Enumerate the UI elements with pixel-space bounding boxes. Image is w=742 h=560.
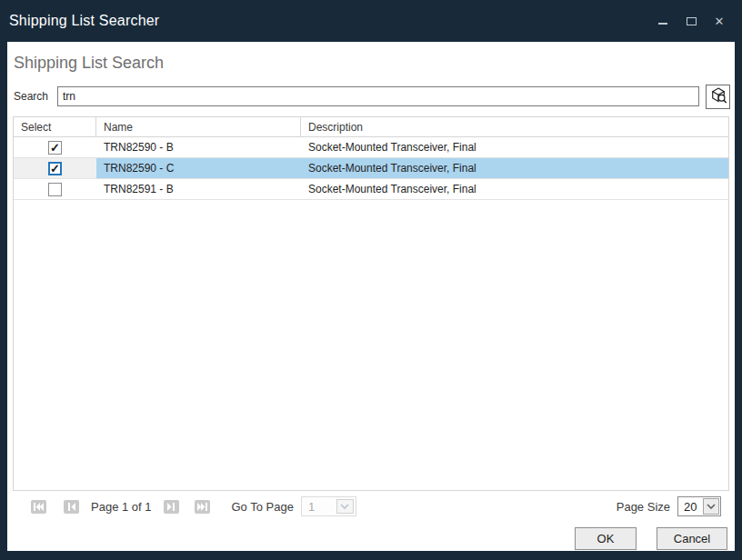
page-title: Shipping List Search <box>14 54 164 73</box>
name-cell: TRN82590 - C <box>96 158 301 178</box>
close-button[interactable]: ✕ <box>709 11 729 31</box>
page-size-value: 20 <box>678 500 697 514</box>
shipping-list-table: Select Name Description ✓ TRN82590 - B S… <box>13 116 729 491</box>
row-checkbox[interactable]: ✓ <box>48 162 62 175</box>
first-page-button[interactable] <box>31 500 46 514</box>
dialog-content: Shipping List Search Search Select Name … <box>7 42 735 551</box>
window-controls: ✕ <box>653 0 729 42</box>
name-cell: TRN82590 - B <box>96 137 301 157</box>
name-cell: TRN82591 - B <box>96 179 301 199</box>
row-checkbox[interactable]: ✓ <box>48 141 62 155</box>
cube-search-icon <box>709 86 727 107</box>
maximize-icon <box>687 17 697 25</box>
table-header: Select Name Description <box>14 117 728 137</box>
table-row[interactable]: ✓ TRN82590 - C Socket-Mounted Transceive… <box>14 158 728 179</box>
minimize-button[interactable] <box>653 11 673 31</box>
previous-page-button[interactable] <box>64 500 79 514</box>
ok-button[interactable]: OK <box>575 527 637 550</box>
first-page-icon <box>34 503 44 511</box>
column-header-name[interactable]: Name <box>96 117 301 136</box>
description-cell: Socket-Mounted Transceiver, Final <box>301 137 728 157</box>
window-title: Shipping List Searcher <box>9 13 159 29</box>
select-cell: ✓ <box>14 158 96 178</box>
row-checkbox[interactable] <box>48 183 62 196</box>
search-label: Search <box>14 90 48 103</box>
search-button[interactable] <box>706 85 730 109</box>
go-to-page-label: Go To Page <box>232 500 294 514</box>
select-cell: ✓ <box>14 137 96 157</box>
next-page-icon <box>167 503 175 511</box>
table-row[interactable]: TRN82591 - B Socket-Mounted Transceiver,… <box>14 179 728 200</box>
maximize-button[interactable] <box>681 11 701 31</box>
cancel-button[interactable]: Cancel <box>657 527 727 550</box>
search-row: Search <box>14 84 730 109</box>
column-header-description[interactable]: Description <box>301 117 728 136</box>
chevron-down-icon[interactable] <box>336 499 354 514</box>
description-cell: Socket-Mounted Transceiver, Final <box>301 179 728 199</box>
go-to-page-input[interactable] <box>302 500 336 514</box>
page-size-combobox[interactable]: 20 <box>677 496 721 516</box>
pagination-bar: Page 1 of 1 Go To Page <box>13 495 729 517</box>
column-header-select[interactable]: Select <box>14 117 96 136</box>
next-page-button[interactable] <box>164 500 179 514</box>
description-cell: Socket-Mounted Transceiver, Final <box>301 158 728 178</box>
chevron-down-icon[interactable] <box>703 498 719 515</box>
search-input[interactable] <box>57 86 699 106</box>
title-bar: Shipping List Searcher ✕ <box>0 0 742 42</box>
page-indicator: Page 1 of 1 <box>91 500 152 514</box>
go-to-page-combobox[interactable] <box>301 496 356 516</box>
last-page-icon <box>197 503 207 511</box>
select-cell <box>14 179 96 199</box>
page-size-label: Page Size <box>617 500 670 514</box>
close-icon: ✕ <box>715 15 725 27</box>
previous-page-icon <box>68 503 75 511</box>
table-row[interactable]: ✓ TRN82590 - B Socket-Mounted Transceive… <box>14 137 728 158</box>
last-page-button[interactable] <box>195 500 210 514</box>
minimize-icon <box>658 23 667 25</box>
